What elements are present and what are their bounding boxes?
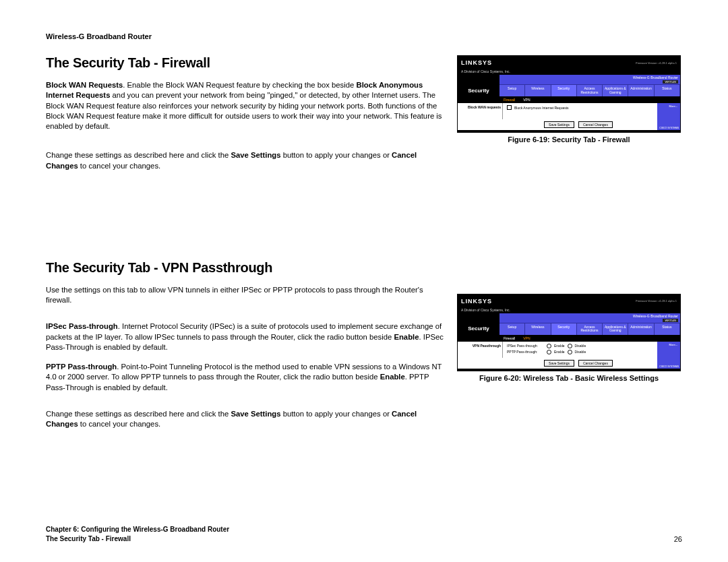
tab-admin-2[interactable]: Administration	[628, 323, 654, 335]
save-settings-button-2[interactable]: Save Settings	[544, 360, 574, 367]
tab-admin[interactable]: Administration	[628, 85, 654, 96]
footer-section: The Security Tab - Firewall	[46, 534, 229, 544]
bold-enable: Enable	[394, 333, 419, 341]
checkbox-label: Block Anonymous Internet Requests	[514, 106, 569, 110]
firewall-paragraph-1: Block WAN Requests. Enable the Block WAN…	[46, 80, 444, 131]
checkbox-block-anon[interactable]	[507, 105, 512, 110]
figure-6-19-caption: Figure 6-19: Security Tab - Firewall	[457, 135, 681, 144]
bold-ipsec: IPSec Pass-through	[46, 322, 118, 330]
cisco-logo: CISCO SYSTEMS	[659, 127, 679, 129]
firmware-text: Firmware Version: v1.28.1 alpha 1	[636, 61, 677, 65]
bar-title-2: Wireless-G Broadband Router	[633, 314, 678, 318]
product-header: Wireless-G Broadband Router	[46, 32, 682, 40]
bold-save-2: Save Settings	[231, 410, 280, 418]
text: Change these settings as described here …	[46, 151, 231, 159]
text: . Enable the Block WAN Request feature b…	[123, 81, 356, 89]
tab-access-2[interactable]: Access Restrictions	[577, 323, 603, 335]
vpn-paragraph-3: PPTP Pass-through. Point-to-Point Tunnel…	[46, 362, 444, 393]
vpn-paragraph-2: IPSec Pass-through. Internet Protocol Se…	[46, 321, 444, 352]
firewall-paragraph-2: Change these settings as described here …	[46, 150, 444, 171]
page-number: 26	[674, 535, 682, 543]
ipsec-enable-radio[interactable]	[547, 344, 551, 348]
cancel-changes-button-2[interactable]: Cancel Changes	[578, 360, 613, 367]
text: to cancel your changes.	[78, 420, 160, 428]
ipsec-row-label: IPSec Pass-through:	[507, 344, 544, 348]
save-settings-button[interactable]: Save Settings	[544, 121, 574, 128]
vpn-paragraph-4: Change these settings as described here …	[46, 409, 444, 430]
bold-save: Save Settings	[231, 151, 280, 159]
firmware-text-2: Firmware Version: v1.28.1 alpha 1	[636, 299, 677, 303]
tab-access[interactable]: Access Restrictions	[577, 85, 603, 96]
subtab-firewall[interactable]: Firewall	[499, 98, 519, 102]
bold-enable-2: Enable	[380, 373, 405, 381]
figure-6-20-screenshot: LINKSYS Firmware Version: v1.28.1 alpha …	[457, 294, 681, 371]
model-box-2: WRT54G	[663, 319, 678, 322]
text: button to apply your changes or	[281, 151, 392, 159]
pptp-enable-radio[interactable]	[547, 350, 551, 354]
linksys-logo-2: LINKSYS	[461, 298, 492, 305]
more-link[interactable]: More...	[669, 104, 677, 108]
subtab-vpn-2[interactable]: VPN	[519, 336, 534, 340]
subtab-vpn[interactable]: VPN	[519, 98, 534, 102]
disable-label-2: Disable	[575, 350, 586, 354]
tab-wireless-2[interactable]: Wireless	[525, 323, 551, 335]
text: button to apply your changes or	[281, 410, 392, 418]
figure-6-19-screenshot: LINKSYS Firmware Version: v1.28.1 alpha …	[457, 55, 681, 133]
pptp-disable-radio[interactable]	[568, 350, 572, 354]
bold-block-wan: Block WAN Requests	[46, 81, 123, 89]
side-row-label: Block WAN requests	[458, 103, 503, 119]
vpn-paragraph-1: Use the settings on this tab to allow VP…	[46, 285, 444, 306]
tab-status-2[interactable]: Status	[655, 323, 680, 335]
footer-chapter: Chapter 6: Configuring the Wireless-G Br…	[46, 525, 229, 534]
section-heading-vpn: The Security Tab - VPN Passthrough	[46, 260, 444, 276]
subtab-firewall-2[interactable]: Firewall	[499, 336, 519, 340]
figure-6-20-caption: Figure 6-20: Wireless Tab - Basic Wirele…	[457, 374, 681, 382]
tab-setup[interactable]: Setup	[499, 85, 525, 96]
tab-wireless[interactable]: Wireless	[525, 85, 551, 96]
text: to cancel your changes.	[78, 162, 160, 170]
category-label: Security	[458, 84, 499, 96]
model-box: WRT54G	[663, 80, 678, 84]
side-row-label-2: VPN Passthrough	[458, 342, 503, 358]
tab-security-2[interactable]: Security	[551, 323, 577, 335]
tab-status[interactable]: Status	[655, 85, 680, 96]
enable-label: Enable	[554, 344, 565, 348]
enable-label-2: Enable	[554, 350, 565, 354]
tab-security[interactable]: Security	[551, 85, 577, 96]
text: Change these settings as described here …	[46, 410, 231, 418]
cisco-logo-2: CISCO SYSTEMS	[659, 365, 679, 368]
ipsec-disable-radio[interactable]	[568, 344, 572, 348]
tab-setup-2[interactable]: Setup	[499, 323, 525, 335]
disable-label: Disable	[575, 344, 586, 348]
tab-apps[interactable]: Applications & Gaming	[603, 85, 628, 96]
bar-title: Wireless-G Broadband Router	[633, 75, 678, 80]
pptp-row-label: PPTP Pass-through:	[507, 350, 544, 354]
tab-apps-2[interactable]: Applications & Gaming	[603, 323, 628, 335]
category-label-2: Security	[458, 323, 499, 335]
linksys-logo: LINKSYS	[461, 59, 492, 66]
logo-subtitle: A Division of Cisco Systems, Inc.	[458, 69, 680, 75]
bold-pptp: PPTP Pass-through	[46, 363, 117, 371]
cancel-changes-button[interactable]: Cancel Changes	[578, 121, 613, 128]
logo-subtitle-2: A Division of Cisco Systems, Inc.	[458, 308, 680, 313]
more-link-2[interactable]: More...	[669, 343, 677, 346]
section-heading-firewall: The Security Tab - Firewall	[46, 55, 444, 71]
